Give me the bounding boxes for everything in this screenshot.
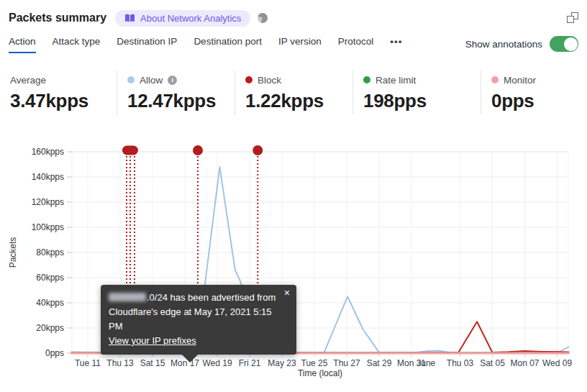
info-icon[interactable]: i — [168, 76, 177, 85]
y-tick-label: 160kpps — [32, 147, 64, 157]
x-tick-label: Wed 09 — [542, 358, 572, 368]
stat-value: 0pps — [491, 90, 587, 112]
stat-value: 3.47kpps — [10, 90, 117, 112]
x-axis-title: Time (local) — [298, 368, 342, 378]
allow-legend-dot — [127, 76, 135, 83]
x-tick-label: Sat 05 — [480, 358, 505, 368]
pie-progress-icon — [258, 13, 268, 23]
close-icon[interactable]: × — [284, 288, 290, 298]
x-tick-label: Thu 27 — [333, 358, 360, 368]
annotation-group-marker[interactable] — [122, 146, 138, 155]
stat-label: Average — [10, 75, 46, 86]
x-tick-label: June — [417, 358, 435, 368]
stat-label: Monitor — [504, 75, 536, 86]
y-tick-label: 20kpps — [36, 323, 64, 333]
chart-area: 160kpps140kpps120kpps100kpps80kpps60kpps… — [0, 137, 587, 392]
show-annotations-label: Show annotations — [465, 39, 542, 50]
annotation-tooltip: × .0/24 has been advertised from Cloudfl… — [101, 285, 296, 355]
monitor-legend-dot — [491, 76, 499, 83]
tab-destination-ip[interactable]: Destination IP — [117, 36, 177, 53]
stat-average: Average3.47kpps — [0, 70, 117, 115]
window-restore-icon[interactable] — [567, 12, 578, 24]
y-tick-label: 140kpps — [32, 172, 64, 182]
tab-protocol[interactable]: Protocol — [338, 36, 374, 53]
tabs: ActionAttack typeDestination IPDestinati… — [9, 36, 402, 53]
toggle-knob — [564, 37, 578, 51]
x-tick-label: Sat 15 — [140, 358, 165, 368]
tooltip-caret — [181, 354, 199, 363]
x-tick-label: Mon 07 — [510, 358, 539, 368]
stat-label: Allow — [140, 75, 163, 86]
x-tick-label: May 23 — [268, 358, 296, 368]
x-tick-label: Wed 19 — [202, 358, 232, 368]
stat-label: Rate limit — [376, 75, 416, 86]
x-tick-label: Tue 11 — [75, 358, 101, 368]
redacted-ip-prefix — [109, 293, 146, 301]
y-tick-label: 80kpps — [36, 247, 64, 257]
y-tick-label: 40kpps — [36, 298, 64, 308]
stat-block: Block1.22kpps — [235, 70, 352, 115]
x-tick-label: Thu 13 — [106, 358, 134, 368]
stat-rate-limit: Rate limit198pps — [352, 70, 481, 115]
annotation-marker[interactable] — [252, 145, 263, 155]
tabs-row: ActionAttack typeDestination IPDestinati… — [9, 36, 578, 56]
stat-allow: Allowi12.47kpps — [117, 70, 235, 115]
stat-value: 1.22kpps — [245, 90, 352, 112]
page-title: Packets summary — [9, 12, 106, 24]
x-tick-label: Sat 29 — [367, 358, 392, 368]
rate-limit-legend-dot — [363, 76, 370, 83]
x-tick-label: Tue 25 — [301, 358, 328, 368]
y-tick-label: 120kpps — [32, 197, 64, 207]
about-network-analytics-badge[interactable]: About Network Analytics — [115, 10, 250, 27]
show-annotations-toggle[interactable] — [550, 36, 578, 52]
y-tick-label: 60kpps — [36, 273, 64, 283]
tabs-more-button[interactable]: ••• — [390, 36, 402, 53]
stat-value: 198pps — [363, 90, 481, 112]
book-icon — [124, 14, 135, 23]
header: Packets summary About Network Analytics — [9, 7, 578, 29]
view-ip-prefixes-link[interactable]: View your IP prefixes — [109, 335, 196, 346]
x-tick-label: Fri 21 — [239, 358, 261, 368]
tab-ip-version[interactable]: IP version — [278, 36, 322, 53]
tab-action[interactable]: Action — [9, 36, 36, 53]
stat-value: 12.47kpps — [127, 90, 235, 112]
badge-label: About Network Analytics — [140, 13, 241, 24]
stat-monitor: Monitor0pps — [481, 70, 587, 115]
stats-row: Average3.47kppsAllowi12.47kppsBlock1.22k… — [0, 70, 587, 115]
y-axis-title: Packets — [8, 237, 18, 268]
stat-label: Block — [258, 75, 281, 86]
tab-destination-port[interactable]: Destination port — [194, 36, 262, 53]
tab-attack-type[interactable]: Attack type — [53, 36, 101, 53]
y-tick-label: 100kpps — [32, 222, 64, 232]
annotation-marker[interactable] — [193, 145, 203, 155]
tooltip-text: .0/24 has been advertised from Cloudflar… — [109, 291, 279, 334]
block-legend-dot — [245, 76, 252, 83]
show-annotations-control: Show annotations — [465, 36, 578, 52]
x-tick-label: Thu 03 — [447, 358, 474, 368]
y-tick-label: 0pps — [45, 348, 64, 358]
